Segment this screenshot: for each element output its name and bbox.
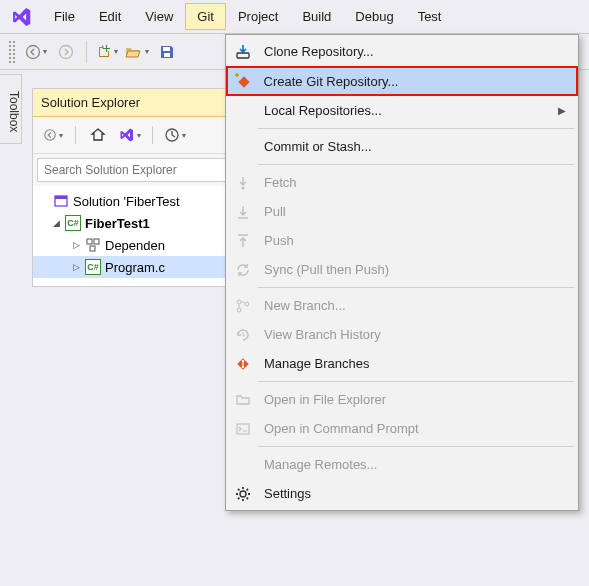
new-branch-icon bbox=[232, 295, 254, 317]
se-home-button[interactable] bbox=[84, 121, 112, 149]
menu-label: Open in File Explorer bbox=[264, 392, 566, 407]
csharp-file-icon: C# bbox=[85, 259, 101, 275]
solution-icon bbox=[53, 193, 69, 209]
svg-point-16 bbox=[242, 359, 244, 361]
svg-rect-3 bbox=[164, 53, 170, 57]
new-item-button[interactable] bbox=[93, 38, 121, 66]
menu-label: Fetch bbox=[264, 175, 566, 190]
git-commit-item[interactable]: Commit or Stash... bbox=[226, 132, 578, 161]
create-repo-icon bbox=[232, 70, 254, 92]
svg-point-12 bbox=[242, 186, 245, 189]
tree-solution-node[interactable]: Solution 'FiberTest bbox=[33, 190, 231, 212]
expander-icon[interactable]: ◢ bbox=[51, 218, 61, 228]
tree-dependencies-node[interactable]: ▷ Dependen bbox=[33, 234, 231, 256]
solution-explorer-toolbar bbox=[33, 117, 231, 154]
menu-label: Pull bbox=[264, 204, 566, 219]
menu-label: Local Repositories... bbox=[264, 103, 548, 118]
menu-label: Clone Repository... bbox=[264, 44, 566, 59]
git-sync-item: Sync (Pull then Push) bbox=[226, 255, 578, 284]
se-pending-button[interactable] bbox=[161, 121, 189, 149]
menu-label: Sync (Pull then Push) bbox=[264, 262, 566, 277]
git-manage-branches-item[interactable]: Manage Branches bbox=[226, 349, 578, 378]
menu-label: Push bbox=[264, 233, 566, 248]
menu-debug[interactable]: Debug bbox=[343, 3, 405, 30]
solution-tree: Solution 'FiberTest ◢ C# FiberTest1 ▷ De… bbox=[33, 186, 231, 286]
svg-rect-9 bbox=[94, 239, 99, 244]
git-history-item: View Branch History bbox=[226, 320, 578, 349]
svg-point-15 bbox=[245, 302, 249, 306]
menu-project[interactable]: Project bbox=[226, 3, 290, 30]
git-settings-item[interactable]: Settings bbox=[226, 479, 578, 508]
gear-icon bbox=[232, 483, 254, 505]
svg-point-1 bbox=[60, 45, 73, 58]
git-new-branch-item: New Branch... bbox=[226, 291, 578, 320]
menu-label: Create Git Repository... bbox=[264, 74, 567, 89]
git-dropdown-menu: Clone Repository... Create Git Repositor… bbox=[225, 34, 579, 511]
menu-separator bbox=[258, 446, 574, 447]
git-open-explorer-item: Open in File Explorer bbox=[226, 385, 578, 414]
menu-view[interactable]: View bbox=[133, 3, 185, 30]
se-back-button[interactable] bbox=[39, 121, 67, 149]
svg-rect-7 bbox=[55, 196, 67, 199]
tree-label: Solution 'FiberTest bbox=[73, 194, 180, 209]
svg-rect-10 bbox=[90, 246, 95, 251]
grip-icon bbox=[8, 40, 16, 64]
nav-back-button[interactable] bbox=[22, 38, 50, 66]
clone-icon bbox=[232, 41, 254, 63]
menu-separator bbox=[258, 128, 574, 129]
save-button[interactable] bbox=[153, 38, 181, 66]
git-local-item[interactable]: Local Repositories... ▶ bbox=[226, 96, 578, 125]
pull-icon bbox=[232, 201, 254, 223]
git-pull-item: Pull bbox=[226, 197, 578, 226]
git-clone-item[interactable]: Clone Repository... bbox=[226, 37, 578, 66]
open-file-button[interactable] bbox=[123, 38, 151, 66]
menu-git[interactable]: Git bbox=[185, 3, 226, 30]
dependencies-icon bbox=[85, 237, 101, 253]
tree-project-node[interactable]: ◢ C# FiberTest1 bbox=[33, 212, 231, 234]
se-views-button[interactable] bbox=[116, 121, 144, 149]
solution-search-input[interactable] bbox=[37, 158, 235, 182]
menu-label: View Branch History bbox=[264, 327, 566, 342]
submenu-arrow-icon: ▶ bbox=[558, 105, 566, 116]
git-fetch-item: Fetch bbox=[226, 168, 578, 197]
push-icon bbox=[232, 230, 254, 252]
expander-icon[interactable]: ▷ bbox=[71, 240, 81, 250]
menu-separator bbox=[258, 287, 574, 288]
menu-label: Commit or Stash... bbox=[264, 139, 566, 154]
svg-point-13 bbox=[237, 300, 241, 304]
menu-build[interactable]: Build bbox=[290, 3, 343, 30]
commit-icon bbox=[232, 136, 254, 158]
svg-rect-18 bbox=[237, 424, 249, 434]
solution-explorer-title: Solution Explorer bbox=[33, 89, 231, 117]
menu-label: Open in Command Prompt bbox=[264, 421, 566, 436]
remotes-icon bbox=[232, 454, 254, 476]
local-repo-icon bbox=[232, 100, 254, 122]
svg-point-14 bbox=[237, 308, 241, 312]
history-icon bbox=[232, 324, 254, 346]
folder-icon bbox=[232, 389, 254, 411]
menu-bar: File Edit View Git Project Build Debug T… bbox=[0, 0, 589, 34]
svg-point-0 bbox=[27, 45, 40, 58]
git-create-item[interactable]: Create Git Repository... bbox=[226, 66, 578, 96]
svg-point-17 bbox=[242, 365, 244, 367]
tree-program-node[interactable]: ▷ C# Program.c bbox=[33, 256, 231, 278]
menu-separator bbox=[258, 381, 574, 382]
menu-test[interactable]: Test bbox=[406, 3, 454, 30]
menu-file[interactable]: File bbox=[42, 3, 87, 30]
tree-label: Program.c bbox=[105, 260, 165, 275]
expander-icon[interactable]: ▷ bbox=[71, 262, 81, 272]
toolbox-tab[interactable]: Toolbox bbox=[0, 74, 22, 144]
svg-rect-11 bbox=[237, 53, 249, 58]
svg-rect-2 bbox=[163, 47, 170, 51]
menu-edit[interactable]: Edit bbox=[87, 3, 133, 30]
menu-label: Settings bbox=[264, 486, 566, 501]
git-remotes-item: Manage Remotes... bbox=[226, 450, 578, 479]
svg-point-19 bbox=[240, 491, 246, 497]
svg-point-4 bbox=[45, 130, 56, 141]
menu-separator bbox=[258, 164, 574, 165]
menu-label: Manage Remotes... bbox=[264, 457, 566, 472]
menu-label: Manage Branches bbox=[264, 356, 566, 371]
nav-forward-button[interactable] bbox=[52, 38, 80, 66]
sync-icon bbox=[232, 259, 254, 281]
menu-label: New Branch... bbox=[264, 298, 566, 313]
